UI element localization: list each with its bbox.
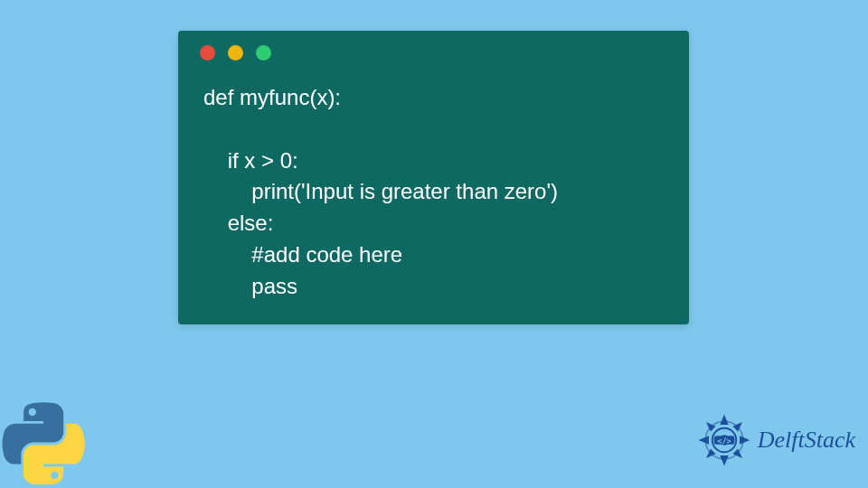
code-line: pass — [203, 274, 297, 298]
maximize-icon — [256, 45, 271, 61]
python-logo-icon — [2, 401, 85, 484]
code-line: #add code here — [203, 242, 402, 267]
delftstack-badge-icon: </> — [693, 408, 756, 472]
delftstack-logo: </> DelftStack — [693, 408, 855, 472]
code-line: def myfunc(x): — [203, 85, 341, 109]
delftstack-text: DelftStack — [758, 427, 855, 454]
code-line: else: — [203, 211, 273, 235]
code-window: def myfunc(x): if x > 0: print('Input is… — [178, 31, 689, 324]
code-content: def myfunc(x): if x > 0: print('Input is… — [178, 61, 689, 303]
minimize-icon — [228, 45, 243, 61]
window-controls — [178, 31, 689, 61]
close-icon — [200, 45, 215, 61]
code-line: print('Input is greater than zero') — [203, 179, 558, 203]
code-line: if x > 0: — [203, 148, 298, 173]
svg-text:</>: </> — [717, 436, 731, 446]
